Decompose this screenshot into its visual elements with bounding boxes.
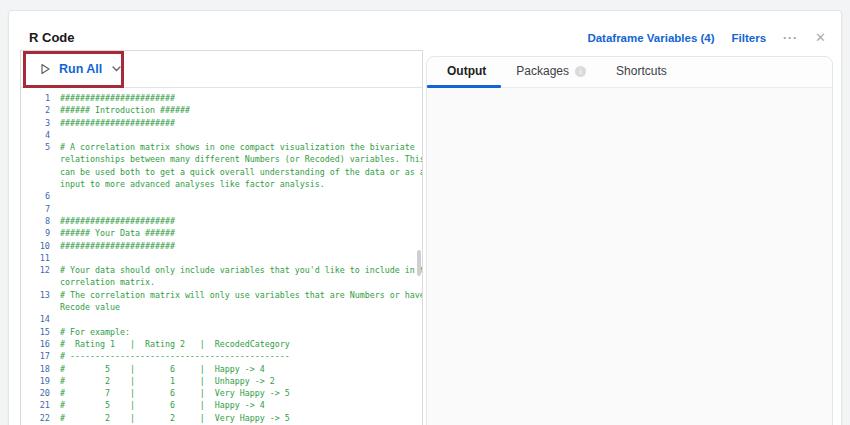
code-line[interactable]: relationships between many different Num… (21, 153, 422, 165)
code-line[interactable]: 21# 5 | 6 | Happy -> 4 (21, 399, 422, 411)
code-text (50, 313, 60, 325)
line-number (21, 166, 50, 178)
code-text: # For example: (50, 326, 130, 338)
tab-shortcuts[interactable]: Shortcuts (601, 57, 682, 87)
tab-output-label: Output (447, 64, 486, 78)
code-line[interactable]: 17# ------------------------------------… (21, 350, 422, 362)
code-text (50, 203, 60, 215)
line-number: 12 (21, 264, 50, 276)
line-number: 18 (21, 363, 50, 375)
code-text: ###### Your Data ###### (50, 227, 175, 239)
code-text: # 2 | 2 | Very Happy -> 5 (50, 412, 290, 424)
code-text: ####################### (50, 240, 175, 252)
code-text: # 5 | 6 | Happy -> 4 (50, 399, 265, 411)
code-text (50, 129, 60, 141)
tab-shortcuts-label: Shortcuts (616, 64, 667, 78)
code-rows: 1#######################2###### Introduc… (21, 92, 422, 424)
code-text: ####################### (50, 215, 175, 227)
line-number: 11 (21, 252, 50, 264)
code-line[interactable]: 19# 2 | 1 | Unhappy -> 2 (21, 375, 422, 387)
line-number: 22 (21, 412, 50, 424)
code-text: # A correlation matrix shows in one comp… (50, 141, 415, 153)
chevron-down-icon[interactable] (112, 66, 121, 72)
code-text: input to more advanced analyses like fac… (50, 178, 325, 190)
code-line[interactable]: 15# For example: (21, 326, 422, 338)
code-text: relationships between many different Num… (50, 153, 422, 165)
code-text: ####################### (50, 117, 175, 129)
panel-tabs: Output Packages i Shortcuts (427, 57, 832, 88)
output-panel-body (427, 88, 832, 425)
line-number (21, 301, 50, 313)
code-line[interactable]: 13# The correlation matrix will only use… (21, 289, 422, 301)
code-text: # The correlation matrix will only use v… (50, 289, 422, 301)
line-number (21, 276, 50, 288)
tab-packages[interactable]: Packages i (501, 57, 601, 87)
line-number: 17 (21, 350, 50, 362)
line-number: 4 (21, 129, 50, 141)
code-line[interactable]: 3####################### (21, 117, 422, 129)
code-line[interactable]: 1####################### (21, 92, 422, 104)
code-line[interactable]: 16# Rating 1 | Rating 2 | RecodedCategor… (21, 338, 422, 350)
code-text: ###### Introduction ###### (50, 104, 190, 116)
code-text: ####################### (50, 92, 175, 104)
code-text: can be used both to get a quick overall … (50, 166, 422, 178)
code-line[interactable]: 9###### Your Data ###### (21, 227, 422, 239)
info-icon[interactable]: i (575, 66, 586, 77)
line-number: 1 (21, 92, 50, 104)
code-line[interactable]: 5# A correlation matrix shows in one com… (21, 141, 422, 153)
code-editor-panel: Run All 1#######################2###### … (20, 50, 423, 425)
code-line[interactable]: 8####################### (21, 215, 422, 227)
line-number: 8 (21, 215, 50, 227)
line-number: 19 (21, 375, 50, 387)
code-text: Recode value (50, 301, 120, 313)
code-line[interactable]: 14 (21, 313, 422, 325)
line-number: 15 (21, 326, 50, 338)
tab-output[interactable]: Output (427, 57, 501, 87)
line-number: 7 (21, 203, 50, 215)
code-editor[interactable]: 1#######################2###### Introduc… (21, 88, 422, 425)
code-text (50, 190, 60, 202)
overflow-menu-icon[interactable]: ··· (783, 32, 798, 44)
line-number: 3 (21, 117, 50, 129)
code-line[interactable]: input to more advanced analyses like fac… (21, 178, 422, 190)
filters-link[interactable]: Filters (732, 32, 767, 44)
editor-scrollbar[interactable] (417, 250, 421, 276)
code-text: # --------------------------------------… (50, 350, 290, 362)
code-text: # Rating 1 | Rating 2 | RecodedCategory (50, 338, 290, 350)
close-icon[interactable]: ✕ (815, 31, 826, 44)
editor-toolbar: Run All (21, 51, 422, 88)
r-code-modal-stage: R Code Dataframe Variables (4) Filters ·… (0, 0, 850, 425)
code-line[interactable]: can be used both to get a quick overall … (21, 166, 422, 178)
run-all-button[interactable]: Run All (59, 62, 102, 76)
code-text: correlation matrix. (50, 276, 155, 288)
code-text: # 5 | 6 | Happy -> 4 (50, 363, 265, 375)
line-number: 20 (21, 387, 50, 399)
line-number (21, 153, 50, 165)
r-code-modal: R Code Dataframe Variables (4) Filters ·… (8, 10, 842, 425)
code-line[interactable]: 18# 5 | 6 | Happy -> 4 (21, 363, 422, 375)
line-number: 16 (21, 338, 50, 350)
code-line[interactable]: 4 (21, 129, 422, 141)
code-line[interactable]: Recode value (21, 301, 422, 313)
code-line[interactable]: correlation matrix. (21, 276, 422, 288)
output-panel: Output Packages i Shortcuts (426, 56, 833, 425)
code-line[interactable]: 22# 2 | 2 | Very Happy -> 5 (21, 412, 422, 424)
code-line[interactable]: 12# Your data should only include variab… (21, 264, 422, 276)
code-line[interactable]: 7 (21, 203, 422, 215)
line-number: 2 (21, 104, 50, 116)
line-number: 13 (21, 289, 50, 301)
code-line[interactable]: 10####################### (21, 240, 422, 252)
page-title: R Code (29, 30, 75, 45)
dataframe-variables-link[interactable]: Dataframe Variables (4) (587, 32, 714, 44)
code-line[interactable]: 11 (21, 252, 422, 264)
code-line[interactable]: 20# 7 | 6 | Very Happy -> 5 (21, 387, 422, 399)
line-number: 9 (21, 227, 50, 239)
line-number: 21 (21, 399, 50, 411)
line-number: 5 (21, 141, 50, 153)
line-number: 10 (21, 240, 50, 252)
code-line[interactable]: 6 (21, 190, 422, 202)
header-actions: Dataframe Variables (4) Filters ··· ✕ (587, 31, 826, 44)
code-line[interactable]: 2###### Introduction ###### (21, 104, 422, 116)
play-icon (40, 63, 51, 75)
code-text: # Your data should only include variable… (50, 264, 422, 276)
